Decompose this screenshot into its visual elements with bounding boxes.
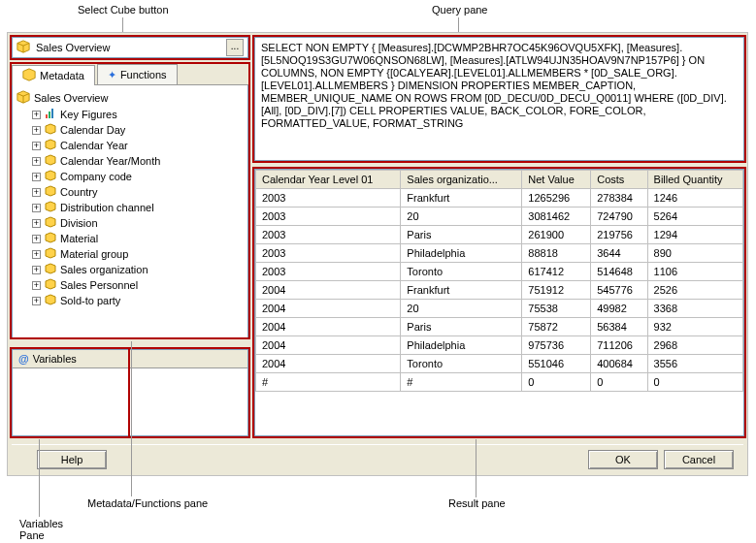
expander-icon[interactable]: + xyxy=(32,157,41,166)
svg-rect-7 xyxy=(51,109,53,118)
table-cell: 2004 xyxy=(256,355,401,373)
table-cell: 278384 xyxy=(591,189,647,208)
tree-item[interactable]: +Company code xyxy=(15,169,246,184)
annotation-query-pane: Query pane xyxy=(432,4,487,16)
dialog-window: Sales Overview ... Metadata ✦ Functions … xyxy=(7,32,748,476)
table-row[interactable]: 2003Philadelphia888183644890 xyxy=(256,244,743,263)
expander-icon[interactable]: + xyxy=(32,266,41,274)
table-row[interactable]: 20032030814627247905264 xyxy=(256,208,743,226)
expander-icon[interactable]: + xyxy=(32,204,41,212)
expander-icon[interactable]: + xyxy=(32,281,41,290)
table-row[interactable]: 2003Paris2619002197561294 xyxy=(256,226,743,244)
column-header[interactable]: Calendar Year Level 01 xyxy=(256,171,401,189)
tree-item[interactable]: +Calendar Day xyxy=(15,122,246,138)
svg-marker-10 xyxy=(46,155,55,165)
tree-item-label: Calendar Year/Month xyxy=(60,155,160,167)
table-cell: 219756 xyxy=(591,226,647,244)
table-cell: 0 xyxy=(647,373,742,392)
table-row[interactable]: 2004Philadelphia9757367112062968 xyxy=(256,336,743,355)
table-cell: 932 xyxy=(647,318,742,336)
tree-item[interactable]: +Material group xyxy=(15,246,246,262)
table-row[interactable]: 20042075538499823368 xyxy=(256,300,743,318)
table-row[interactable]: 2004Paris7587256384932 xyxy=(256,318,743,336)
tree-item-label: Sales organization xyxy=(60,264,148,275)
dimension-icon xyxy=(45,216,56,230)
metadata-functions-pane: Metadata ✦ Functions Sales Overview +Key… xyxy=(12,64,248,339)
table-row[interactable]: 2004Toronto5510464006843556 xyxy=(256,355,743,373)
tree-item-label: Company code xyxy=(60,171,132,182)
table-row[interactable]: 2003Toronto6174125146481106 xyxy=(256,263,743,281)
expander-icon[interactable]: + xyxy=(32,250,41,259)
svg-marker-15 xyxy=(46,233,55,242)
dimension-icon xyxy=(45,201,56,214)
table-cell: 1246 xyxy=(647,189,742,208)
table-cell: Frankfurt xyxy=(401,281,522,300)
annotation-metadata-pane: Metadata/Functions pane xyxy=(87,497,208,509)
dimension-icon xyxy=(45,294,56,307)
tree-item-label: Division xyxy=(60,217,98,229)
table-row[interactable]: ##000 xyxy=(256,373,743,392)
table-cell: 20 xyxy=(401,300,522,318)
expander-icon[interactable]: + xyxy=(32,235,41,243)
svg-marker-12 xyxy=(46,186,55,196)
table-row[interactable]: 2003Frankfurt12652962783841246 xyxy=(256,189,743,208)
metadata-tree[interactable]: Sales Overview +Key Figures+Calendar Day… xyxy=(12,85,248,339)
tree-item[interactable]: +Sales organization xyxy=(15,262,246,277)
table-cell: 551046 xyxy=(522,355,591,373)
column-header[interactable]: Net Value xyxy=(522,171,591,189)
dimension-icon xyxy=(45,139,56,152)
cancel-button[interactable]: Cancel xyxy=(664,450,734,469)
tree-item[interactable]: +Country xyxy=(15,184,246,200)
query-pane[interactable]: SELECT NON EMPTY { [Measures].[DCWMP2BHR… xyxy=(254,37,744,161)
tree-item[interactable]: +Sold-to party xyxy=(15,293,246,308)
column-header[interactable]: Sales organizatio... xyxy=(401,171,522,189)
expander-icon[interactable]: + xyxy=(32,173,41,181)
tree-item[interactable]: +Material xyxy=(15,231,246,246)
svg-marker-13 xyxy=(46,202,55,211)
tree-item-label: Calendar Day xyxy=(60,124,125,136)
expander-icon[interactable]: + xyxy=(32,111,41,119)
annotation-variables-pane: Variables Pane xyxy=(19,518,63,541)
expander-icon[interactable]: + xyxy=(32,126,41,135)
expander-icon[interactable]: + xyxy=(32,188,41,197)
tree-item[interactable]: +Calendar Year/Month xyxy=(15,153,246,169)
table-cell: 2003 xyxy=(256,226,401,244)
expander-icon[interactable]: + xyxy=(32,297,41,305)
table-cell: 2003 xyxy=(256,244,401,263)
select-cube-button[interactable]: ... xyxy=(226,39,244,56)
table-cell: # xyxy=(256,373,401,392)
expander-icon[interactable]: + xyxy=(32,142,41,150)
tree-item-label: Country xyxy=(60,186,98,198)
tree-item-label: Sales Personnel xyxy=(60,279,138,291)
table-cell: Toronto xyxy=(401,355,522,373)
help-button[interactable]: Help xyxy=(37,450,107,469)
table-cell: 1294 xyxy=(647,226,742,244)
svg-rect-6 xyxy=(49,112,50,118)
table-cell: 2004 xyxy=(256,300,401,318)
table-cell: Philadelphia xyxy=(401,244,522,263)
at-icon: @ xyxy=(18,353,29,365)
cube-icon xyxy=(16,40,30,55)
result-table: Calendar Year Level 01Sales organizatio.… xyxy=(255,170,743,392)
tree-root[interactable]: Sales Overview xyxy=(15,89,246,107)
expander-icon[interactable]: + xyxy=(32,219,41,228)
tree-item[interactable]: +Distribution channel xyxy=(15,200,246,215)
table-cell: 2526 xyxy=(647,281,742,300)
column-header[interactable]: Billed Quantity xyxy=(647,171,742,189)
tab-metadata[interactable]: Metadata xyxy=(12,65,95,85)
dimension-icon xyxy=(45,170,56,183)
annotation-select-cube: Select Cube button xyxy=(78,4,169,16)
tree-item[interactable]: +Key Figures xyxy=(15,107,246,122)
metadata-icon xyxy=(22,68,36,83)
table-row[interactable]: 2004Frankfurt7519125457762526 xyxy=(256,281,743,300)
tree-item[interactable]: +Sales Personnel xyxy=(15,277,246,293)
tree-item[interactable]: +Calendar Year xyxy=(15,138,246,153)
ok-button[interactable]: OK xyxy=(588,450,658,469)
table-cell: 2003 xyxy=(256,208,401,226)
table-cell: 2003 xyxy=(256,263,401,281)
result-pane[interactable]: Calendar Year Level 01Sales organizatio.… xyxy=(254,169,744,436)
table-cell: 56384 xyxy=(591,318,647,336)
tab-functions[interactable]: ✦ Functions xyxy=(97,64,178,84)
tree-item[interactable]: +Division xyxy=(15,215,246,231)
column-header[interactable]: Costs xyxy=(591,171,647,189)
